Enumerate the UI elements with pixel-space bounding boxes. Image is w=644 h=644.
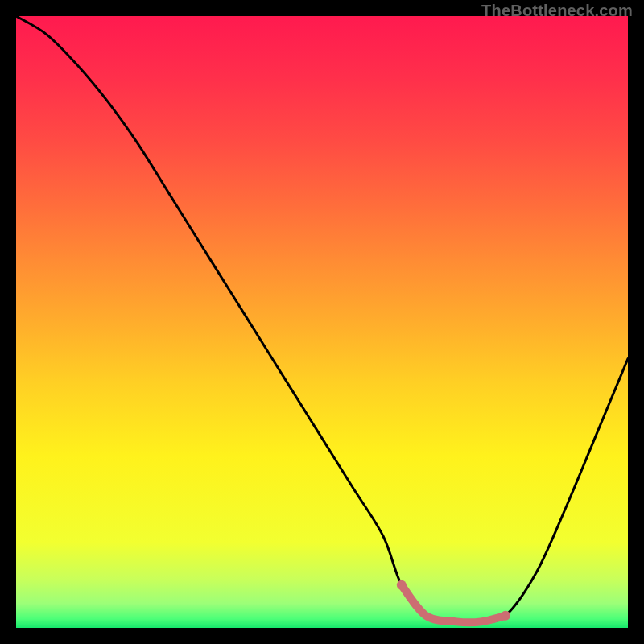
bottleneck-curve	[16, 16, 628, 628]
optimal-band-start-dot	[397, 580, 407, 590]
chart-frame: TheBottleneck.com	[0, 0, 644, 644]
optimal-band	[402, 585, 506, 623]
plot-area	[16, 16, 628, 628]
optimal-band-end-dot	[501, 611, 510, 621]
